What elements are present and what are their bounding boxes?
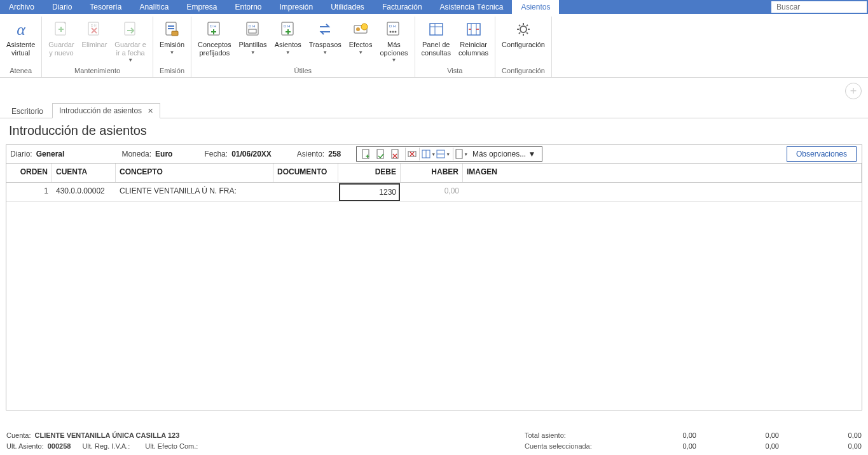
tool-doc-dropdown-button[interactable]: ▼ (453, 148, 468, 160)
plantillas-button[interactable]: D H Plantillas ▼ (235, 17, 271, 55)
efectos-button[interactable]: Efectos ▼ (345, 17, 376, 55)
page-title: Introducción de asientos (0, 118, 868, 144)
svg-point-17 (361, 24, 368, 30)
col-concepto[interactable]: CONCEPTO (116, 164, 273, 182)
svg-line-37 (519, 32, 520, 34)
tool-grid1-button[interactable]: ▼ (419, 148, 436, 160)
cell-imagen[interactable] (463, 183, 862, 201)
svg-point-18 (356, 27, 360, 31)
menu-empresa[interactable]: Empresa (177, 0, 226, 14)
ult-asiento-label: Ult. Asiento: (6, 441, 44, 452)
guardar-fecha-button: Guardar eir a fecha ▼ (111, 17, 150, 63)
menu-tesoreria[interactable]: Tesorería (81, 0, 130, 14)
ult-asiento-value: 000258 (48, 441, 71, 452)
svg-rect-8 (172, 31, 178, 36)
moneda-value[interactable]: Euro (155, 150, 172, 158)
traspasos-button[interactable]: Traspasos ▼ (305, 17, 345, 55)
chevron-down-icon: ▼ (169, 50, 174, 55)
col-orden[interactable]: ORDEN (6, 164, 52, 182)
svg-text:D  H: D H (284, 24, 290, 28)
asistente-virtual-button[interactable]: α Asistentevirtual (3, 17, 39, 57)
diario-value[interactable]: General (36, 150, 65, 158)
dh-asientos-icon: D H (278, 19, 298, 39)
columns-icon (464, 19, 484, 39)
chevron-down-icon: ▼ (286, 50, 291, 55)
menu-entorno[interactable]: Entorno (226, 0, 270, 14)
cell-cuenta[interactable]: 430.0.0.00002 (52, 183, 116, 201)
menu-facturacion[interactable]: Facturación (373, 0, 431, 14)
doc-plus-icon (51, 19, 71, 39)
reiniciar-columnas-button[interactable]: Reiniciarcolumnas (455, 17, 492, 57)
status-bar: Cuenta: CLIENTE VENTANILLA ÚNICA CASILLA… (6, 430, 862, 451)
ribbon-group-atenea: α Asistentevirtual Atenea (0, 17, 42, 77)
tab-escritorio[interactable]: Escritorio (5, 104, 50, 118)
cuenta-seleccionada-label: Cuenta seleccionada: (525, 441, 614, 452)
tool-doc-new-button[interactable] (359, 148, 373, 160)
mas-opciones-dropdown[interactable]: Más opciones... ▼ (469, 150, 539, 158)
tab-strip: Escritorio Introducción de asientos ✕ (0, 78, 868, 118)
doc-x-icon: D H (84, 19, 104, 39)
svg-point-22 (392, 31, 394, 33)
conceptos-prefijados-button[interactable]: D H Conceptosprefijados (194, 17, 235, 57)
ult-efecto-label: Ult. Efecto Com.: (145, 441, 198, 452)
ribbon-group-utiles: D H Conceptosprefijados D H Plantillas ▼… (191, 17, 415, 77)
menu-utilidades[interactable]: Utilidades (322, 0, 373, 14)
col-cuenta[interactable]: CUENTA (52, 164, 116, 182)
asiento-value[interactable]: 258 (328, 150, 341, 158)
emision-button[interactable]: Emisión ▼ (156, 17, 188, 55)
cell-debe[interactable]: 1230 (338, 183, 401, 201)
moneda-label: Moneda: (121, 150, 151, 158)
col-debe[interactable]: DEBE (338, 164, 401, 182)
svg-rect-41 (392, 150, 398, 158)
menu-diario[interactable]: Diario (43, 0, 81, 14)
tab-introduccion-asientos[interactable]: Introducción de asientos ✕ (52, 103, 160, 118)
cuenta-sel-v3: 0,00 (785, 441, 862, 452)
eliminar-button: D H Eliminar (78, 17, 111, 49)
doc-print-icon (162, 19, 182, 39)
fecha-value[interactable]: 01/06/20XX (231, 150, 272, 158)
menu-asientos[interactable]: Asientos (512, 0, 559, 14)
asientos-button[interactable]: D H Asientos ▼ (271, 17, 305, 55)
status-cuenta-label: Cuenta: (6, 430, 31, 441)
svg-point-21 (390, 31, 392, 33)
tool-grid2-button[interactable]: ▼ (436, 148, 450, 160)
table-row[interactable]: 1 430.0.0.00002 CLIENTE VENTANILLA Ú N. … (6, 183, 862, 202)
panel-consultas-button[interactable]: Panel deconsultas (418, 17, 455, 57)
gear-icon (513, 19, 534, 39)
tool-row-delete-button[interactable] (405, 148, 417, 160)
menu-archivo[interactable]: Archivo (0, 0, 43, 14)
debe-input[interactable]: 1230 (339, 183, 400, 201)
total-asiento-v3: 0,00 (785, 430, 862, 441)
diario-label: Diario: (10, 150, 32, 158)
svg-text:D  H: D H (249, 24, 255, 28)
grid-header: ORDEN CUENTA CONCEPTO DOCUMENTO DEBE HAB… (6, 164, 862, 183)
tool-doc-save-button[interactable] (374, 148, 388, 160)
cell-documento[interactable] (273, 183, 338, 201)
mas-opciones-button[interactable]: D H Másopciones ▼ (376, 17, 411, 63)
add-tab-button[interactable]: + (845, 83, 862, 99)
tool-doc-delete-button[interactable] (389, 148, 403, 160)
svg-text:D H: D H (91, 24, 97, 27)
menu-asistencia[interactable]: Asistencia Técnica (431, 0, 513, 14)
cell-orden[interactable]: 1 (6, 183, 52, 201)
observaciones-button[interactable]: Observaciones (787, 146, 857, 162)
guardar-nuevo-button: Guardary nuevo (45, 17, 78, 57)
menu-analitica[interactable]: Analítica (130, 0, 177, 14)
menu-impresion[interactable]: Impresión (270, 0, 322, 14)
menu-bar: Archivo Diario Tesorería Analítica Empre… (0, 0, 868, 14)
cuenta-sel-v2: 0,00 (703, 441, 779, 452)
cell-concepto[interactable]: CLIENTE VENTANILLA Ú N. FRA: (116, 183, 273, 201)
alpha-icon: α (11, 19, 31, 39)
dh-more-icon: D H (383, 19, 404, 39)
configuracion-button[interactable]: Configuración (498, 17, 549, 49)
search-input[interactable] (771, 1, 867, 13)
dh-plus-icon: D H (204, 19, 224, 39)
close-icon[interactable]: ✕ (148, 107, 153, 115)
chevron-down-icon: ▼ (322, 50, 327, 55)
mini-toolbar: ▼ ▼ ▼ Más opciones... ▼ (356, 146, 542, 162)
cell-haber[interactable]: 0,00 (401, 183, 463, 201)
col-imagen[interactable]: IMAGEN (463, 164, 862, 182)
col-documento[interactable]: DOCUMENTO (273, 164, 338, 182)
total-asiento-label: Total asiento: (525, 430, 614, 441)
col-haber[interactable]: HABER (401, 164, 463, 182)
